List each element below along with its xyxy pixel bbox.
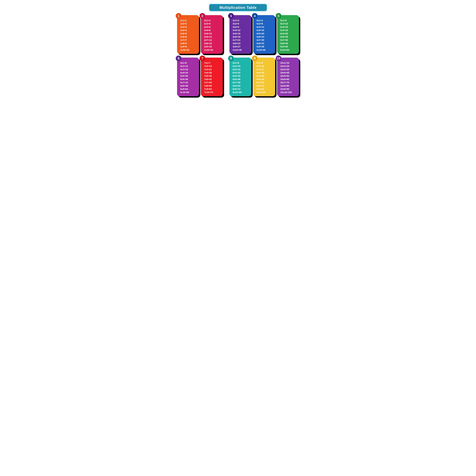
equation-list: 10x1=1010x2=2010x3=3010x4=4010x5=5010x6=…	[280, 61, 297, 94]
card-body: 99x1=99x2=189x3=279x4=369x5=459x6=549x7=…	[253, 58, 275, 96]
equation-line: 1x3=3	[180, 26, 197, 29]
card-row: 66x1=66x2=126x3=186x4=246x5=306x6=366x7=…	[177, 58, 299, 96]
equation-list: 7x1=77x2=147x3=217x4=287x5=357x6=427x7=4…	[204, 61, 221, 94]
equation-line: 6x3=18	[180, 68, 197, 71]
table-card-3: 33x1=33x2=63x3=93x4=123x5=153x6=183x7=21…	[229, 15, 251, 54]
equation-list: 8x1=88x2=168x3=248x4=328x5=408x6=488x7=5…	[233, 61, 249, 94]
table-card-1: 11x1=11x2=21x3=31x4=41x5=51x6=61x7=71x8=…	[177, 15, 199, 54]
equation-line: 1x1=1	[180, 19, 197, 22]
card-body: 22x1=22x2=42x3=62x4=82x5=102x6=122x7=142…	[201, 15, 223, 54]
equation-line: 9x5=45	[256, 74, 273, 78]
card-number: 9	[254, 56, 256, 60]
equation-line: 7x1=7	[204, 61, 221, 65]
equation-line: 5x2=10	[280, 22, 297, 25]
table-card-10: 1010x1=1010x2=2010x3=3010x4=4010x5=5010x…	[277, 58, 299, 96]
equation-line: 6x2=12	[180, 65, 197, 68]
equation-line: 10x9=90	[280, 87, 297, 91]
table-card-6: 66x1=66x2=126x3=186x4=246x5=306x6=366x7=…	[177, 58, 199, 96]
card-number: 1	[178, 14, 180, 18]
equation-line: 5x10=50	[280, 49, 297, 51]
equation-line: 1x9=9	[180, 45, 197, 48]
equation-line: 1x10=10	[180, 49, 197, 51]
equation-line: 5x7=35	[280, 38, 297, 42]
equation-line: 4x2=8	[256, 22, 273, 25]
table-card-5: 55x1=55x2=105x3=155x4=205x5=255x6=305x7=…	[277, 15, 299, 54]
equation-line: 8x10=80	[233, 91, 249, 94]
card-row: 11x1=11x2=21x3=31x4=41x5=51x6=61x7=71x8=…	[177, 15, 299, 54]
equation-line: 2x3=6	[204, 26, 221, 29]
page-title: Multiplication Table	[209, 4, 267, 11]
equation-list: 4x1=44x2=84x3=124x4=164x5=204x6=244x7=28…	[256, 19, 273, 51]
equation-line: 2x9=18	[204, 45, 221, 48]
card-body: 55x1=55x2=105x3=155x4=205x5=255x6=305x7=…	[277, 15, 299, 54]
equation-line: 10x2=20	[280, 65, 297, 68]
equation-line: 8x5=40	[233, 74, 249, 78]
equation-line: 2x8=16	[204, 42, 221, 45]
equation-line: 8x6=48	[233, 78, 249, 81]
equation-line: 9x7=63	[256, 81, 273, 84]
equation-line: 3x9=27	[233, 45, 249, 48]
equation-line: 8x4=32	[233, 71, 249, 74]
equation-line: 10x6=60	[280, 78, 297, 81]
equation-list: 6x1=66x2=126x3=186x4=246x5=306x6=366x7=4…	[180, 61, 197, 94]
equation-line: 6x8=48	[180, 84, 197, 87]
equation-line: 6x7=42	[180, 81, 197, 84]
equation-line: 3x1=3	[233, 19, 249, 22]
card-body: 44x1=44x2=84x3=124x4=164x5=204x6=244x7=2…	[253, 15, 275, 54]
equation-list: 5x1=55x2=105x3=155x4=205x5=255x6=305x7=3…	[280, 19, 297, 51]
equation-line: 1x8=8	[180, 42, 197, 45]
equation-line: 10x3=30	[280, 68, 297, 71]
equation-line: 9x10=90	[256, 91, 273, 94]
card-number-badge: 9	[252, 55, 258, 61]
table-card-8: 88x1=88x2=168x3=248x4=328x5=408x6=488x7=…	[229, 58, 251, 96]
card-number-badge: 8	[228, 55, 234, 61]
table-card-4: 44x1=44x2=84x3=124x4=164x5=204x6=244x7=2…	[253, 15, 275, 54]
equation-line: 8x1=8	[233, 61, 249, 65]
equation-line: 4x10=40	[256, 49, 273, 51]
equation-line: 4x3=12	[256, 26, 273, 29]
equation-line: 2x2=4	[204, 22, 221, 25]
equation-line: 6x5=30	[180, 74, 197, 78]
equation-line: 7x7=49	[204, 81, 221, 84]
equation-line: 9x1=9	[256, 61, 273, 65]
equation-line: 7x8=56	[204, 84, 221, 87]
table-card-7: 77x1=77x2=147x3=217x4=287x5=357x6=427x7=…	[201, 58, 223, 96]
equation-line: 5x3=15	[280, 26, 297, 29]
card-body: 33x1=33x2=63x3=93x4=123x5=153x6=183x7=21…	[229, 15, 251, 54]
equation-line: 10x8=80	[280, 84, 297, 87]
equation-line: 8x8=64	[233, 84, 249, 87]
card-number-badge: 1	[176, 13, 181, 19]
equation-line: 3x8=24	[233, 42, 249, 45]
equation-line: 3x10=30	[233, 49, 249, 51]
card-number: 8	[230, 56, 232, 60]
card-number-badge: 2	[200, 13, 205, 19]
card-number: 5	[278, 14, 279, 18]
equation-line: 9x6=54	[256, 78, 273, 81]
equation-line: 7x4=28	[204, 71, 221, 74]
row-gap	[225, 15, 227, 54]
equation-line: 4x4=16	[256, 29, 273, 32]
equation-list: 9x1=99x2=189x3=279x4=369x5=459x6=549x7=6…	[256, 61, 273, 94]
equation-line: 6x9=54	[180, 87, 197, 91]
equation-line: 10x7=70	[280, 81, 297, 84]
equation-line: 4x9=36	[256, 45, 273, 48]
equation-line: 4x7=28	[256, 38, 273, 42]
equation-line: 1x2=2	[180, 22, 197, 25]
card-number-badge: 5	[276, 13, 281, 19]
equation-line: 3x7=21	[233, 38, 249, 42]
equation-line: 3x5=15	[233, 32, 249, 35]
equation-line: 7x2=14	[204, 65, 221, 68]
equation-line: 10x4=40	[280, 71, 297, 74]
equation-line: 2x4=8	[204, 29, 221, 32]
equation-line: 10x10=100	[280, 91, 297, 94]
card-body: 1010x1=1010x2=2010x3=3010x4=4010x5=5010x…	[277, 58, 299, 96]
equation-line: 6x4=24	[180, 71, 197, 74]
equation-list: 3x1=33x2=63x3=93x4=123x5=153x6=183x7=213…	[233, 19, 249, 51]
equation-line: 8x2=16	[233, 65, 249, 68]
equation-line: 7x3=21	[204, 68, 221, 71]
equation-line: 9x9=81	[256, 87, 273, 91]
equation-line: 4x6=24	[256, 35, 273, 38]
equation-line: 1x6=6	[180, 35, 197, 38]
card-number-badge: 3	[228, 13, 234, 19]
equation-line: 8x7=56	[233, 81, 249, 84]
